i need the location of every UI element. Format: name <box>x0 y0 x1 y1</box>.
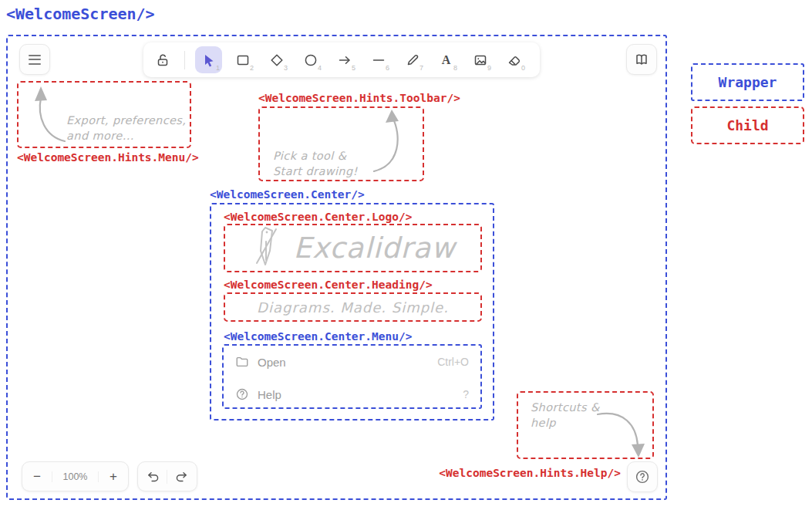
unlock-icon <box>155 52 170 68</box>
pencil-icon <box>405 52 420 68</box>
zoom-level[interactable]: 100% <box>52 471 99 482</box>
welcomescreen-root-label: <WelcomeScreen/> <box>6 5 155 23</box>
lock-tool-button[interactable] <box>151 46 174 73</box>
excalidraw-logo: Excalidraw <box>225 225 480 271</box>
book-icon <box>634 52 649 67</box>
center-heading-text: Diagrams. Made. Simple. <box>225 294 480 320</box>
tool-shortcut: 7 <box>419 64 423 72</box>
legend-child-label: Child <box>726 117 768 133</box>
undo-icon <box>146 470 160 484</box>
tool-shortcut: 5 <box>352 64 355 72</box>
tool-rectangle[interactable]: 2 <box>229 46 256 73</box>
excalidraw-logo-text: Excalidraw <box>294 231 456 265</box>
hint-arrow-to-toolbar <box>360 108 422 179</box>
tool-arrow[interactable]: 5 <box>331 46 358 73</box>
menu-item-help-shortcut: ? <box>463 388 469 400</box>
tool-eraser[interactable]: 0 <box>500 46 527 73</box>
text-tool-icon: A <box>442 53 451 67</box>
tool-image[interactable]: 9 <box>467 46 494 73</box>
help-button[interactable] <box>627 461 658 492</box>
center-logo-box: Excalidraw <box>224 224 482 272</box>
line-icon <box>371 52 386 68</box>
hamburger-icon <box>29 55 41 65</box>
toolbar-hint-text: Pick a tool & Start drawing! <box>273 149 358 179</box>
tool-diamond[interactable]: 3 <box>263 46 290 73</box>
rectangle-icon <box>235 52 251 68</box>
center-logo-label: <WelcomeScreen.Center.Logo/> <box>224 211 412 223</box>
tool-shortcut: 6 <box>386 64 389 72</box>
center-heading-label: <WelcomeScreen.Center.Heading/> <box>224 279 433 291</box>
legend-wrapper-label: Wrapper <box>719 74 777 90</box>
help-circle-icon <box>235 387 249 401</box>
tool-shortcut: 2 <box>250 64 254 72</box>
menu-item-open-shortcut: Ctrl+O <box>437 356 469 368</box>
tool-line[interactable]: 6 <box>365 46 392 73</box>
undo-redo-control <box>137 461 197 491</box>
hints-help-box: Shortcuts & help <box>517 391 654 459</box>
hints-help-label: <WelcomeScreen.Hints.Help/> <box>426 467 621 479</box>
menu-hint-text: Export, preferences, and more... <box>66 113 186 144</box>
hint-arrow-to-help <box>591 404 653 461</box>
undo-button[interactable] <box>138 470 167 484</box>
center-menu-label: <WelcomeScreen.Center.Menu/> <box>224 330 412 343</box>
eraser-icon <box>507 52 522 68</box>
legend-wrapper-box: Wrapper <box>691 63 804 101</box>
library-button[interactable] <box>626 44 657 75</box>
menu-item-help-label: Help <box>258 388 281 401</box>
tool-shortcut: 0 <box>521 64 525 72</box>
tool-shortcut: 4 <box>318 64 322 72</box>
menu-item-open[interactable]: Open Ctrl+O <box>235 355 469 369</box>
hints-toolbar-box: Pick a tool & Start drawing! <box>258 106 424 181</box>
selection-cursor-icon <box>201 52 217 68</box>
tool-draw[interactable]: 7 <box>399 46 426 73</box>
image-icon <box>473 52 488 68</box>
tool-shortcut: 8 <box>453 64 457 72</box>
toolbar: 1 2 3 4 5 6 7 <box>143 42 540 77</box>
ellipse-icon <box>303 52 318 68</box>
center-heading-box: Diagrams. Made. Simple. <box>224 292 482 322</box>
diamond-icon <box>269 52 285 68</box>
tool-ellipse[interactable]: 4 <box>297 46 324 73</box>
tool-shortcut: 3 <box>284 64 288 72</box>
hints-menu-box: Export, preferences, and more... <box>17 81 191 148</box>
tool-text[interactable]: A 8 <box>433 46 460 73</box>
tool-selection[interactable]: 1 <box>195 46 222 73</box>
center-label: <WelcomeScreen.Center/> <box>210 188 365 201</box>
redo-icon <box>175 470 189 484</box>
help-hint-text: Shortcuts & help <box>531 400 600 431</box>
menu-item-help[interactable]: Help ? <box>235 387 469 401</box>
folder-icon <box>235 355 249 369</box>
tool-shortcut: 9 <box>487 64 491 72</box>
zoom-in-button[interactable]: + <box>99 469 128 485</box>
question-circle-icon <box>635 469 650 485</box>
zoom-control: − 100% + <box>22 461 129 491</box>
zoom-out-button[interactable]: − <box>22 469 52 485</box>
tool-shortcut: 1 <box>216 64 220 72</box>
excalidraw-logo-icon <box>251 225 283 272</box>
center-menu-box: Open Ctrl+O Help ? <box>222 344 482 409</box>
toolbar-divider <box>184 51 185 69</box>
menu-item-open-label: Open <box>258 356 286 369</box>
arrow-icon <box>337 52 352 68</box>
hints-toolbar-label: <WelcomeScreen.Hints.Toolbar/> <box>258 92 460 104</box>
legend-child-box: Child <box>691 106 804 144</box>
hints-menu-label: <WelcomeScreen.Hints.Menu/> <box>17 151 199 164</box>
redo-button[interactable] <box>167 470 197 484</box>
hamburger-menu-button[interactable] <box>19 44 50 75</box>
